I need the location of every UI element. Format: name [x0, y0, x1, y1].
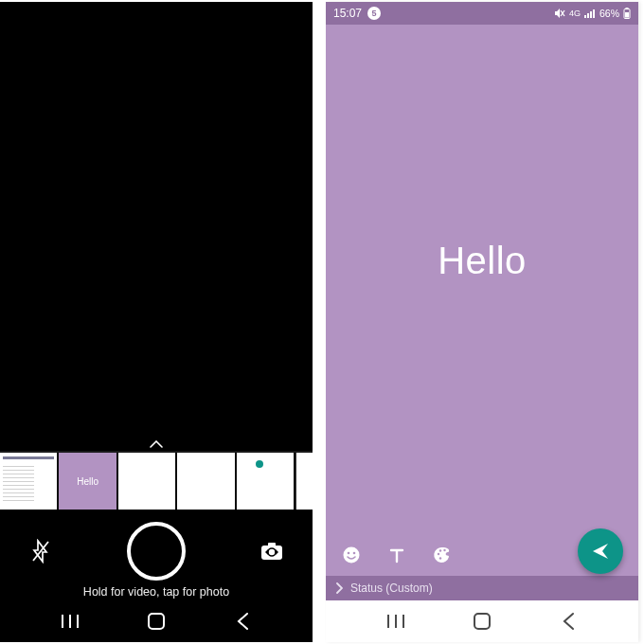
home-icon — [473, 612, 492, 631]
battery-percent-label: 66% — [599, 8, 619, 19]
text-icon — [388, 546, 405, 564]
emoji-icon — [342, 546, 361, 564]
home-button[interactable] — [458, 610, 506, 633]
svg-point-18 — [344, 547, 360, 564]
back-icon — [236, 612, 249, 631]
status-compose-screen: 15:07 5 4G 66% Hello — [326, 2, 638, 642]
color-button[interactable] — [432, 545, 453, 565]
status-text-value: Hello — [438, 240, 527, 282]
shutter-button[interactable] — [127, 522, 186, 581]
battery-icon — [623, 8, 631, 19]
svg-rect-11 — [584, 15, 586, 18]
back-button[interactable] — [545, 610, 592, 633]
notification-count-badge: 5 — [367, 7, 381, 20]
svg-rect-2 — [268, 543, 276, 546]
camera-hint-text: Hold for video, tap for photo — [0, 585, 313, 599]
network-type-label: 4G — [569, 9, 581, 18]
emoji-button[interactable] — [341, 545, 362, 565]
recents-button[interactable] — [46, 610, 94, 633]
mute-icon — [554, 8, 565, 19]
back-icon — [562, 612, 575, 631]
svg-rect-16 — [626, 8, 629, 9]
svg-point-23 — [443, 549, 445, 551]
gallery-thumb[interactable] — [237, 453, 294, 510]
chevron-right-icon — [335, 582, 343, 594]
switch-camera-icon — [259, 541, 284, 562]
gallery-thumb[interactable] — [295, 453, 313, 510]
switch-camera-button[interactable] — [259, 539, 284, 564]
chevron-up-icon — [150, 440, 163, 448]
android-nav-bar — [0, 600, 313, 642]
dual-phone-layout: Hello — [0, 0, 644, 644]
gallery-thumb[interactable] — [118, 453, 175, 510]
camera-controls: Hold for video, tap for photo — [0, 510, 313, 600]
flash-toggle-button[interactable] — [28, 539, 53, 564]
send-button[interactable] — [578, 528, 623, 574]
svg-point-20 — [353, 552, 356, 555]
gallery-expand-handle[interactable] — [0, 438, 313, 451]
recents-icon — [60, 613, 80, 630]
gallery-thumb[interactable] — [177, 453, 234, 510]
palette-icon — [433, 546, 452, 564]
flash-off-icon — [30, 539, 51, 564]
status-time: 15:07 — [333, 7, 362, 20]
home-button[interactable] — [133, 610, 180, 633]
svg-point-24 — [439, 557, 441, 559]
android-status-bar: 15:07 5 4G 66% — [326, 2, 638, 25]
status-text-input[interactable]: Hello — [326, 25, 638, 534]
gallery-thumb-strip[interactable]: Hello — [0, 451, 313, 510]
svg-rect-17 — [625, 12, 629, 18]
svg-rect-14 — [593, 9, 595, 18]
compose-tool-row — [326, 534, 638, 576]
svg-rect-28 — [474, 614, 490, 629]
svg-point-19 — [348, 552, 350, 555]
svg-rect-13 — [590, 11, 592, 18]
svg-rect-12 — [587, 13, 589, 18]
camera-screen: Hello — [0, 2, 313, 642]
svg-point-21 — [438, 553, 439, 555]
home-icon — [147, 612, 166, 631]
android-nav-bar — [326, 600, 638, 642]
signal-icon — [584, 9, 596, 18]
back-button[interactable] — [219, 610, 266, 633]
gallery-thumb[interactable]: Hello — [59, 453, 116, 510]
recents-icon — [385, 613, 406, 630]
recipient-bar[interactable]: Status (Custom) — [326, 576, 638, 600]
svg-rect-8 — [149, 614, 164, 629]
svg-point-22 — [439, 549, 441, 551]
gallery-thumb[interactable] — [0, 453, 57, 510]
recipient-label: Status (Custom) — [350, 581, 433, 595]
font-button[interactable] — [386, 545, 407, 565]
recents-button[interactable] — [372, 610, 420, 633]
send-icon — [590, 541, 611, 562]
camera-viewfinder[interactable] — [0, 2, 313, 438]
